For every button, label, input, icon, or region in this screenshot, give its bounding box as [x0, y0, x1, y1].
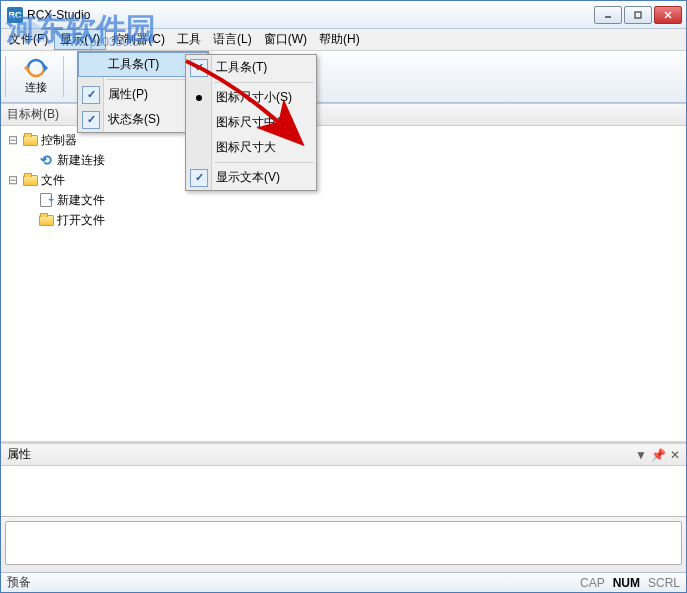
- status-cap: CAP: [580, 576, 605, 590]
- status-scrl: SCRL: [648, 576, 680, 590]
- panel-pin-icon[interactable]: 📌: [651, 448, 666, 462]
- output-textarea[interactable]: [5, 521, 682, 565]
- toolbar-divider: [63, 56, 67, 97]
- svg-marker-4: [44, 64, 48, 72]
- menu-item-label: 工具条(T): [216, 59, 267, 76]
- maximize-button[interactable]: [624, 6, 652, 24]
- tree-node-new-file[interactable]: 新建文件: [1, 190, 686, 210]
- submenu-item-toolbar[interactable]: 工具条(T): [186, 55, 316, 80]
- output-panel: [1, 516, 686, 572]
- submenu-item-icon-small[interactable]: 图标尺寸小(S): [186, 85, 316, 110]
- tree-panel: 目标树(B) ⊟ 控制器 ⟲ 新建连接 ⊟ 文件: [1, 103, 686, 441]
- menu-controller[interactable]: 控制器(C): [106, 29, 171, 50]
- toolbar-divider: [5, 56, 9, 97]
- tree-node-open-file[interactable]: 打开文件: [1, 210, 686, 230]
- title-bar: RC RCX-Studio: [1, 1, 686, 29]
- connect-button[interactable]: 连接: [11, 53, 61, 100]
- toolbar-submenu: 工具条(T) 图标尺寸小(S) 图标尺寸中(M) 图标尺寸大 显示文本(V): [185, 54, 317, 191]
- menu-item-label: 图标尺寸中(M): [216, 114, 294, 131]
- menu-item-label: 工具条(T): [108, 56, 159, 73]
- menu-help[interactable]: 帮助(H): [313, 29, 366, 50]
- menu-window[interactable]: 窗口(W): [258, 29, 313, 50]
- panel-close-icon[interactable]: ✕: [670, 448, 680, 462]
- connect-icon: [24, 58, 48, 78]
- menu-item-label: 图标尺寸大: [216, 139, 276, 156]
- tree-node-new-connection[interactable]: ⟲ 新建连接: [1, 150, 686, 170]
- menu-separator: [214, 162, 314, 163]
- tree-label: 新建文件: [57, 191, 105, 209]
- close-button[interactable]: [654, 6, 682, 24]
- connection-icon: ⟲: [38, 153, 54, 167]
- submenu-item-icon-large[interactable]: 图标尺寸大: [186, 135, 316, 160]
- check-icon: [82, 111, 100, 129]
- menu-view[interactable]: 显示(V): [54, 29, 106, 50]
- menu-tools[interactable]: 工具: [171, 29, 207, 50]
- tree-label: 新建连接: [57, 151, 105, 169]
- panel-dropdown-icon[interactable]: ▼: [635, 448, 647, 462]
- menu-language[interactable]: 语言(L): [207, 29, 258, 50]
- tree-node-file[interactable]: ⊟ 文件: [1, 170, 686, 190]
- tree-node-controller[interactable]: ⊟ 控制器: [1, 130, 686, 150]
- svg-rect-1: [635, 12, 641, 18]
- tree-label: 文件: [41, 171, 65, 189]
- menu-item-label: 状态条(S): [108, 111, 160, 128]
- properties-panel: 属性 ▼ 📌 ✕: [1, 441, 686, 516]
- menu-item-label: 属性(P): [108, 86, 148, 103]
- folder-icon: [22, 173, 38, 187]
- connect-label: 连接: [25, 80, 47, 95]
- window-title: RCX-Studio: [27, 8, 90, 22]
- check-icon: [190, 169, 208, 187]
- new-file-icon: [38, 193, 54, 207]
- check-icon: [82, 86, 100, 104]
- menu-item-label: 图标尺寸小(S): [216, 89, 292, 106]
- minimize-button[interactable]: [594, 6, 622, 24]
- menu-item-label: 显示文本(V): [216, 169, 280, 186]
- tree-expander-icon[interactable]: ⊟: [7, 171, 19, 189]
- folder-icon: [22, 133, 38, 147]
- radio-icon: [196, 95, 202, 101]
- menu-file[interactable]: 文件(F): [3, 29, 54, 50]
- svg-marker-5: [24, 64, 28, 72]
- menu-bar: 文件(F) 显示(V) 控制器(C) 工具 语言(L) 窗口(W) 帮助(H): [1, 29, 686, 51]
- tree-body: ⊟ 控制器 ⟲ 新建连接 ⊟ 文件 新建: [1, 126, 686, 234]
- tree-expander-icon[interactable]: ⊟: [7, 131, 19, 149]
- submenu-item-icon-medium[interactable]: 图标尺寸中(M): [186, 110, 316, 135]
- tree-label: 控制器: [41, 131, 77, 149]
- status-text: 预备: [7, 574, 31, 591]
- menu-separator: [214, 82, 314, 83]
- submenu-item-show-text[interactable]: 显示文本(V): [186, 165, 316, 190]
- tree-label: 打开文件: [57, 211, 105, 229]
- folder-icon: [38, 213, 54, 227]
- status-num: NUM: [613, 576, 640, 590]
- properties-title: 属性: [7, 446, 31, 463]
- app-icon: RC: [7, 7, 23, 23]
- status-bar: 预备 CAP NUM SCRL: [1, 572, 686, 592]
- check-icon: [190, 59, 208, 77]
